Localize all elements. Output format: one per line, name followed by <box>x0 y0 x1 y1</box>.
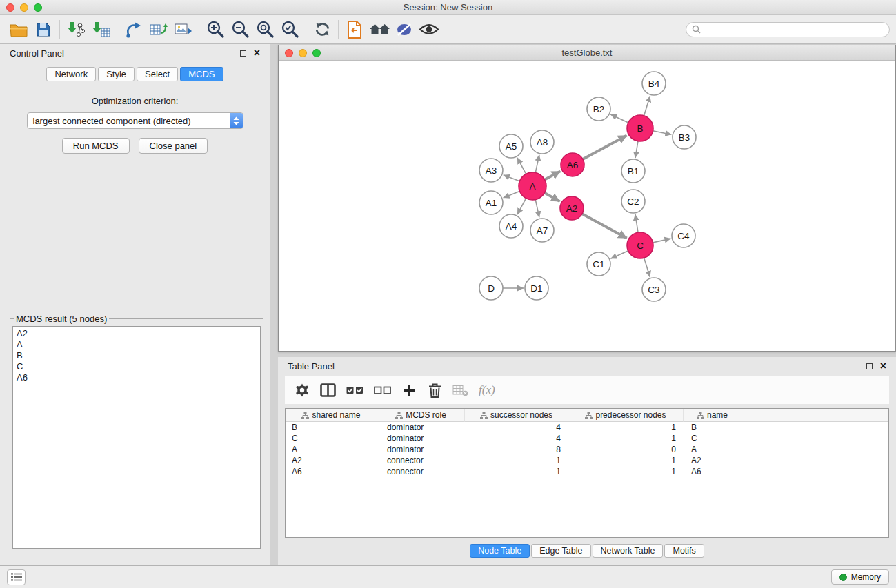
column-header-shared-name[interactable]: shared name <box>286 409 377 422</box>
maximize-network-icon[interactable] <box>312 49 321 57</box>
tab-select[interactable]: Select <box>137 67 178 81</box>
mcds-result-group: MCDS result (5 nodes) A2ABCA6 <box>10 314 263 551</box>
open-document-icon[interactable] <box>342 18 367 41</box>
table-row[interactable]: Bdominator41B <box>286 422 888 433</box>
save-session-icon[interactable] <box>31 18 56 41</box>
cell-filler <box>741 466 888 477</box>
network-frame-titlebar[interactable]: testGlobe.txt <box>279 45 895 61</box>
table-panel: Table Panel × <box>278 357 896 565</box>
maximize-window-icon[interactable] <box>34 3 42 12</box>
search-box[interactable] <box>686 22 890 37</box>
node-C4[interactable]: C4 <box>672 224 695 247</box>
deselect-all-icon[interactable] <box>374 382 391 398</box>
mcds-result-list[interactable]: A2ABCA6 <box>12 326 261 549</box>
column-header-filler <box>741 409 888 422</box>
mcds-result-item[interactable]: A <box>13 339 260 350</box>
table-row[interactable]: Adominator80A <box>286 444 888 455</box>
node-A4[interactable]: A4 <box>499 214 523 238</box>
control-panel: Control Panel × NetworkStyleSelectMCDS O… <box>0 44 270 565</box>
column-header-mcds-role[interactable]: MCDS role <box>377 409 465 422</box>
dropdown-stepper-icon <box>230 113 243 128</box>
table-row[interactable]: A6connector11A6 <box>286 466 888 477</box>
function-builder-icon[interactable]: f(x) <box>479 382 495 398</box>
select-all-icon[interactable] <box>346 382 364 398</box>
paint-mode-icon[interactable] <box>392 18 417 41</box>
run-mcds-button[interactable]: Run MCDS <box>62 138 130 154</box>
column-header-successor-nodes[interactable]: successor nodes <box>465 409 568 422</box>
tab-node-table[interactable]: Node Table <box>470 544 530 558</box>
node-D1[interactable]: D1 <box>525 276 548 300</box>
zoom-fit-icon[interactable] <box>252 18 277 41</box>
memory-button[interactable]: Memory <box>831 569 889 585</box>
zoom-selected-icon[interactable] <box>277 18 302 41</box>
show-columns-icon[interactable] <box>320 382 336 398</box>
network-canvas[interactable]: B4B2BB3A5A8A6B1A3AC2A1A2A4A7C4CC1C3DD1 <box>279 61 895 351</box>
float-panel-icon[interactable] <box>240 50 246 57</box>
tab-network-table[interactable]: Network Table <box>593 544 664 558</box>
column-header-predecessor-nodes[interactable]: predecessor nodes <box>568 409 684 422</box>
node-D[interactable]: D <box>479 276 503 300</box>
show-all-networks-icon[interactable] <box>367 18 392 41</box>
zoom-out-icon[interactable] <box>228 18 252 41</box>
close-panel-button[interactable]: Close panel <box>139 138 208 154</box>
clear-table-icon[interactable] <box>452 382 468 398</box>
network-from-table-icon[interactable] <box>146 18 170 41</box>
node-B1[interactable]: B1 <box>621 159 645 183</box>
table-row[interactable]: A2connector11A2 <box>286 455 888 466</box>
close-network-icon[interactable] <box>285 49 293 57</box>
mcds-result-item[interactable]: B <box>13 350 260 361</box>
control-panel-header: Control Panel × <box>0 44 270 62</box>
node-A1[interactable]: A1 <box>479 191 503 214</box>
node-B[interactable]: B <box>627 115 653 141</box>
tab-mcds[interactable]: MCDS <box>180 67 223 81</box>
minimize-window-icon[interactable] <box>20 3 28 12</box>
import-table-icon[interactable] <box>88 18 113 41</box>
tab-style[interactable]: Style <box>98 67 135 81</box>
node-A3[interactable]: A3 <box>479 159 503 182</box>
node-A2[interactable]: A2 <box>560 196 584 220</box>
mcds-result-item[interactable]: C <box>13 361 260 372</box>
cell-predecessor-nodes: 1 <box>568 466 684 477</box>
float-table-panel-icon[interactable] <box>866 363 873 369</box>
zoom-in-icon[interactable] <box>203 18 228 41</box>
import-network-icon[interactable] <box>63 18 88 41</box>
minimize-network-icon[interactable] <box>299 49 307 57</box>
mcds-result-item[interactable]: A6 <box>13 372 260 383</box>
tab-network[interactable]: Network <box>46 67 96 81</box>
node-C2[interactable]: C2 <box>621 190 645 213</box>
show-graphics-details-icon[interactable] <box>417 18 441 41</box>
refresh-icon[interactable] <box>310 18 335 41</box>
node-A5[interactable]: A5 <box>499 134 523 158</box>
window-controls <box>6 3 42 12</box>
close-panel-icon[interactable]: × <box>254 50 260 57</box>
node-table[interactable]: shared nameMCDS rolesuccessor nodesprede… <box>285 408 889 538</box>
node-A8[interactable]: A8 <box>530 130 554 154</box>
close-window-icon[interactable] <box>6 3 14 12</box>
open-session-icon[interactable] <box>6 18 31 41</box>
add-row-icon[interactable] <box>401 382 417 398</box>
node-A6[interactable]: A6 <box>561 153 584 176</box>
tab-motifs[interactable]: Motifs <box>664 544 704 558</box>
clone-network-icon[interactable] <box>121 18 146 41</box>
node-C[interactable]: C <box>627 232 653 258</box>
export-image-icon[interactable] <box>170 18 195 41</box>
node-C1[interactable]: C1 <box>587 252 610 276</box>
search-input[interactable] <box>704 25 884 34</box>
column-header-name[interactable]: name <box>684 409 741 422</box>
criterion-dropdown[interactable]: largest connected component (directed) <box>27 112 243 129</box>
node-B2[interactable]: B2 <box>587 97 610 121</box>
svg-text:A8: A8 <box>537 137 548 148</box>
table-row[interactable]: Cdominator41C <box>286 433 888 444</box>
control-panel-title: Control Panel <box>10 48 64 59</box>
node-B4[interactable]: B4 <box>642 72 666 95</box>
node-A[interactable]: A <box>519 172 546 200</box>
node-B3[interactable]: B3 <box>673 125 696 149</box>
node-C3[interactable]: C3 <box>642 278 666 301</box>
tab-edge-table[interactable]: Edge Table <box>531 544 590 558</box>
close-table-panel-icon[interactable]: × <box>880 363 886 369</box>
node-A7[interactable]: A7 <box>530 219 554 242</box>
task-history-button[interactable] <box>7 569 26 585</box>
mcds-result-item[interactable]: A2 <box>13 328 260 339</box>
table-settings-icon[interactable] <box>295 382 310 398</box>
delete-row-icon[interactable] <box>427 382 442 398</box>
